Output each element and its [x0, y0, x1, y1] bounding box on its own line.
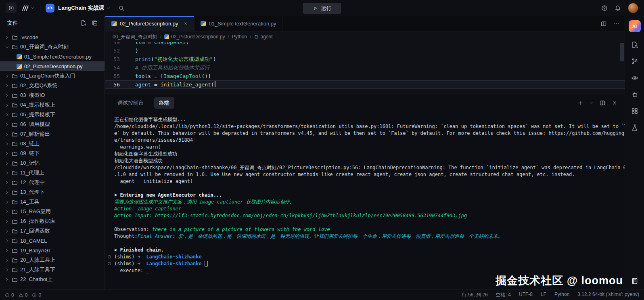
status-item[interactable]: Python — [554, 292, 569, 298]
editor-scrollbar[interactable] — [620, 43, 624, 61]
panel-tab[interactable]: 终端 — [154, 97, 174, 109]
new-file-icon[interactable] — [80, 20, 87, 26]
folder-icon — [12, 180, 18, 186]
tree-item-label: 06_调用模型 — [20, 121, 50, 128]
tree-folder-item[interactable]: 02_文档QA系统 — [0, 81, 105, 90]
folder-chevron-icon — [5, 122, 9, 127]
split-terminal-icon[interactable] — [599, 100, 606, 106]
tree-folder-item[interactable]: 03_模型IO — [0, 90, 105, 100]
collapse-folders-icon[interactable] — [92, 20, 98, 26]
tree-folder-item[interactable]: 12_代理中 — [0, 178, 105, 187]
status-item[interactable]: 3.12.2 64-bit ('shims': pyenv) — [577, 292, 639, 298]
status-item[interactable]: UTF-8 — [519, 292, 533, 298]
code-line: 49llm = ChatOpenAI( — [105, 42, 625, 46]
terminal-line — [105, 185, 625, 192]
tree-folder-item[interactable]: 00_开篇词_奇点时刻 — [0, 42, 105, 52]
breadcrumb-separator: / — [228, 34, 229, 40]
tree-folder-item[interactable]: 05_提示模板下 — [0, 110, 105, 120]
split-editor-icon[interactable] — [600, 21, 607, 27]
breadcrumb-item[interactable]: 02_PictureDescription.py — [164, 34, 225, 40]
close-tab-icon[interactable] — [183, 21, 188, 26]
status-item[interactable]: 空格: 4 — [496, 292, 511, 298]
bug-icon[interactable] — [631, 91, 638, 98]
folder-chevron-icon — [5, 132, 9, 136]
grid-icon[interactable] — [631, 107, 638, 115]
tree-folder-item[interactable]: 22_Chatbot上 — [0, 275, 105, 284]
flask-icon[interactable] — [631, 124, 638, 131]
python-file-icon — [17, 64, 22, 69]
explorer-title: 文件 — [7, 19, 18, 27]
notifications-bell-icon[interactable] — [615, 5, 621, 11]
folder-icon — [12, 122, 18, 128]
editor-tab[interactable]: 02_PictureDescription.py — [105, 16, 194, 31]
problems-info[interactable]: 0 — [32, 292, 41, 298]
terminal-line: e/transformers/issues/31884 — [105, 137, 625, 144]
folder-icon — [12, 277, 18, 283]
terminal-line: (shims) ➜ LangChain-shizhanke — [105, 260, 625, 267]
tree-folder-item[interactable]: 09_链下 — [0, 149, 105, 158]
search-icon[interactable] — [118, 5, 125, 11]
help-icon[interactable] — [601, 5, 608, 11]
eye-icon[interactable] — [631, 74, 638, 82]
command-marker-icon — [108, 255, 111, 258]
error-icon — [5, 293, 10, 298]
workspace-chevron-icon[interactable] — [31, 6, 35, 10]
new-terminal-icon[interactable] — [577, 100, 583, 106]
tree-folder-item[interactable]: 16_操作数据库 — [0, 216, 105, 226]
terminal-line — [105, 219, 625, 226]
tree-folder-item[interactable]: 13_代理下 — [0, 187, 105, 197]
tree-folder-item[interactable]: 04_提示模板上 — [0, 100, 105, 110]
code-editor[interactable]: 49llm = ChatOpenAI(52)53print("初始化大语言模型成… — [105, 42, 625, 95]
tree-folder-item[interactable]: 06_调用模型 — [0, 120, 105, 129]
terminal-picker-chevron-icon[interactable] — [589, 101, 593, 105]
watermark: 掘金技术社区 @ loomou — [496, 273, 623, 288]
tree-file-item[interactable]: 02_PictureDescription.py — [0, 61, 105, 71]
run-button[interactable]: 运行 — [303, 3, 341, 14]
folder-icon — [12, 238, 18, 244]
tree-file-item[interactable]: 01_SimpleTextGeneration.py — [0, 52, 105, 61]
tree-folder-item[interactable]: 15_RAG应用 — [0, 207, 105, 216]
folder-chevron-icon — [5, 84, 9, 88]
tree-folder-item[interactable]: .vscode — [0, 32, 105, 42]
git-branch-icon[interactable] — [631, 58, 638, 65]
tree-folder-item[interactable]: 08_链上 — [0, 139, 105, 149]
tree-folder-item[interactable]: 14_工具 — [0, 197, 105, 207]
tree-folder-item[interactable]: 20_人脉工具上 — [0, 255, 105, 265]
tree-folder-item[interactable]: 17_回调函数 — [0, 226, 105, 236]
workspace-menu-button[interactable] — [6, 2, 17, 13]
tree-item-label: 15_RAG应用 — [20, 208, 51, 215]
ai-assistant-button[interactable]: AI — [629, 20, 641, 32]
project-name[interactable]: LangChain 实战课 — [58, 4, 104, 12]
breadcrumb-item[interactable]: agent — [254, 34, 273, 40]
terminal-line: 正在初始化图像字幕生成模型... — [105, 116, 625, 123]
panel-tab[interactable]: 调试控制台 — [113, 97, 148, 109]
status-item[interactable]: 行 56, 列 26 — [462, 292, 488, 298]
breadcrumb-item[interactable]: Python — [232, 34, 247, 40]
more-actions-icon[interactable] — [613, 21, 620, 27]
line-number: 56 — [105, 80, 126, 89]
tree-folder-item[interactable]: 21_人脉工具下 — [0, 265, 105, 275]
panel-header: 调试控制台终端 — [105, 95, 625, 111]
tree-folder-item[interactable]: 11_代理上 — [0, 168, 105, 178]
problems-error[interactable]: 0 — [5, 292, 14, 298]
tree-folder-item[interactable]: 07_解析输出 — [0, 129, 105, 139]
tree-folder-item[interactable]: 01_LangChain快速入门 — [0, 71, 105, 81]
tree-folder-item[interactable]: 19_BabyAGI — [0, 245, 105, 255]
user-avatar[interactable] — [628, 3, 638, 13]
tree-folder-item[interactable]: 10_记忆 — [0, 158, 105, 168]
terminal-line: Thought:Final Answer: 爱，是一朵绽放的花，是一份深情的承诺… — [105, 233, 625, 240]
tree-folder-item[interactable]: 18_CAMEL — [0, 236, 105, 245]
editor-tab[interactable]: 01_SimpleTextGeneration.py — [194, 16, 283, 31]
tree-item-label: 18_CAMEL — [20, 238, 47, 244]
notebook-icon[interactable] — [631, 277, 638, 285]
terminal-output[interactable]: 正在初始化图像字幕生成模型.../home/cloudide/.local/li… — [105, 111, 625, 290]
file-search-icon[interactable] — [631, 41, 638, 48]
folder-chevron-icon — [5, 45, 9, 49]
project-chevron-icon[interactable] — [106, 6, 110, 10]
breadcrumb-item[interactable]: 00_开篇词_奇点时刻 — [113, 34, 157, 40]
status-item[interactable]: LF — [541, 292, 546, 298]
terminal-line: 初始化大语言模型成功 — [105, 157, 625, 164]
close-panel-icon[interactable] — [612, 100, 617, 106]
folder-icon — [12, 151, 18, 157]
problems-warning[interactable]: 0 — [19, 292, 28, 298]
